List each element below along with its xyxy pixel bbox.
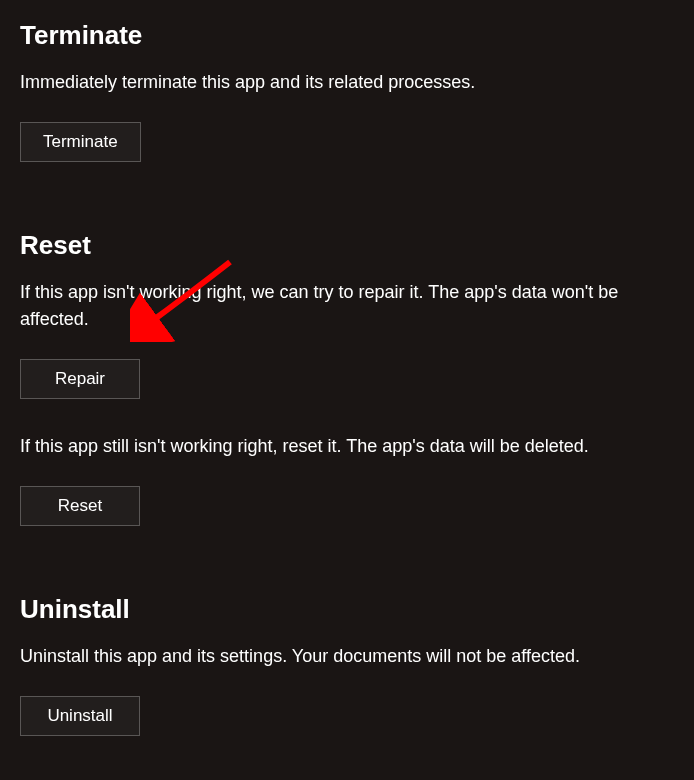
reset-description: If this app still isn't working right, r… xyxy=(20,433,674,460)
repair-description: If this app isn't working right, we can … xyxy=(20,279,674,333)
uninstall-button[interactable]: Uninstall xyxy=(20,696,140,736)
repair-button[interactable]: Repair xyxy=(20,359,140,399)
uninstall-section: Uninstall Uninstall this app and its set… xyxy=(20,594,674,736)
uninstall-heading: Uninstall xyxy=(20,594,674,625)
reset-heading: Reset xyxy=(20,230,674,261)
reset-section: Reset If this app isn't working right, w… xyxy=(20,230,674,526)
uninstall-description: Uninstall this app and its settings. You… xyxy=(20,643,674,670)
reset-button[interactable]: Reset xyxy=(20,486,140,526)
terminate-description: Immediately terminate this app and its r… xyxy=(20,69,674,96)
terminate-button[interactable]: Terminate xyxy=(20,122,141,162)
terminate-heading: Terminate xyxy=(20,20,674,51)
terminate-section: Terminate Immediately terminate this app… xyxy=(20,20,674,162)
